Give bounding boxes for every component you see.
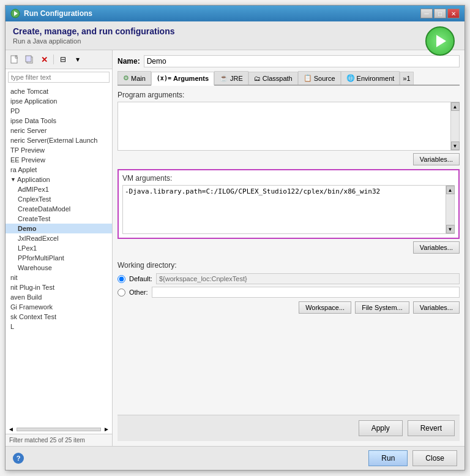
- scroll-up-icon[interactable]: ▲: [451, 102, 460, 111]
- list-item[interactable]: EE Preview: [6, 155, 112, 165]
- program-args-input[interactable]: [118, 102, 450, 150]
- header-subtitle: Run a Java application: [13, 37, 457, 45]
- other-value-field[interactable]: [152, 287, 460, 298]
- tab-overflow[interactable]: »1: [400, 72, 413, 85]
- list-item[interactable]: ipse Data Tools: [6, 116, 112, 126]
- main-panel: Name: ⚙ Main (x)= Arguments ☕ JRE 🗂: [113, 50, 464, 446]
- vm-args-variables-button[interactable]: Variables...: [413, 241, 460, 254]
- program-args-section: Program arguments: ▲ ▼: [118, 91, 460, 151]
- copy-config-button[interactable]: [23, 53, 36, 66]
- revert-button[interactable]: Revert: [408, 420, 455, 436]
- list-item[interactable]: aven Build: [6, 292, 112, 302]
- close-button[interactable]: ✕: [447, 9, 460, 18]
- scroll-down-icon[interactable]: ▼: [451, 142, 460, 150]
- list-item[interactable]: ipse Application: [6, 96, 112, 106]
- header-section: Create, manage, and run configurations R…: [6, 21, 464, 50]
- working-dir-label: Working directory:: [118, 261, 460, 270]
- vm-args-box: -Djava.library.path=C:/ILOG/CPLEX_Studio…: [122, 185, 455, 234]
- tree-list: ache Tomcat ipse Application PD ipse Dat…: [6, 85, 112, 425]
- tab-source[interactable]: 📋 Source: [298, 71, 341, 85]
- filter-input[interactable]: [8, 72, 110, 83]
- tab-environment-label: Environment: [357, 75, 395, 82]
- tab-source-label: Source: [314, 75, 335, 82]
- list-item[interactable]: PPforMultiPlant: [6, 253, 112, 263]
- collapse-button[interactable]: ⊟: [56, 53, 70, 66]
- tab-classpath[interactable]: 🗂 Classpath: [248, 72, 298, 85]
- list-item[interactable]: CreateDataModel: [6, 204, 112, 214]
- sidebar-toolbar: ✕ ⊟ ▾: [6, 50, 112, 69]
- list-item[interactable]: PD: [6, 106, 112, 116]
- list-item[interactable]: neric Server(External Launch: [6, 135, 112, 145]
- sidebar-footer: Filter matched 25 of 25 item: [6, 434, 112, 446]
- vm-scroll-down-icon[interactable]: ▼: [446, 225, 455, 233]
- list-item[interactable]: ache Tomcat: [6, 86, 112, 96]
- svg-rect-8: [26, 56, 31, 62]
- tab-environment[interactable]: 🌐 Environment: [341, 71, 400, 85]
- vm-args-btn-row: Variables...: [118, 241, 460, 254]
- workspace-button[interactable]: Workspace...: [299, 301, 351, 314]
- working-dir-section: Working directory: Default: Other: Works…: [118, 261, 460, 314]
- application-label: Application: [17, 176, 50, 183]
- new-config-button[interactable]: [8, 53, 21, 66]
- list-item[interactable]: neric Server: [6, 126, 112, 135]
- help-button[interactable]: ?: [13, 453, 24, 464]
- run-footer-button[interactable]: Run: [368, 450, 408, 466]
- apply-button[interactable]: Apply: [359, 420, 403, 436]
- list-item[interactable]: nit: [6, 273, 112, 282]
- list-item[interactable]: TP Preview: [6, 145, 112, 155]
- default-value-field: [156, 273, 460, 284]
- list-item[interactable]: JxlReadExcel: [6, 233, 112, 243]
- tab-main[interactable]: ⚙ Main: [118, 71, 151, 85]
- tab-arguments[interactable]: (x)= Arguments: [151, 72, 214, 86]
- default-radio-row: Default:: [118, 273, 460, 284]
- name-input[interactable]: [144, 55, 460, 67]
- program-args-box: ▲ ▼: [118, 102, 460, 151]
- arguments-tab-icon: (x)=: [157, 75, 171, 81]
- list-item[interactable]: ▼ Application: [6, 175, 112, 184]
- list-item[interactable]: L: [6, 322, 112, 331]
- environment-tab-icon: 🌐: [346, 74, 355, 82]
- close-footer-button[interactable]: Close: [412, 450, 457, 466]
- list-item[interactable]: Gi Framework: [6, 302, 112, 312]
- sidebar: ✕ ⊟ ▾ ache Tomcat ipse Application PD ip…: [6, 50, 113, 446]
- filesystem-button[interactable]: File System...: [355, 301, 409, 314]
- window-icon: [10, 9, 20, 18]
- program-args-variables-button[interactable]: Variables...: [413, 153, 460, 165]
- other-radio[interactable]: [118, 289, 125, 297]
- vm-args-input[interactable]: -Djava.library.path=C:/ILOG/CPLEX_Studio…: [123, 186, 446, 233]
- list-item-demo[interactable]: Demo: [6, 224, 112, 233]
- maximize-button[interactable]: □: [434, 9, 446, 18]
- list-item[interactable]: ra Applet: [6, 165, 112, 175]
- tabs-bar: ⚙ Main (x)= Arguments ☕ JRE 🗂 Classpath …: [118, 71, 460, 86]
- filter-button[interactable]: ▾: [71, 53, 84, 66]
- footer-row: ? Run Close: [6, 446, 464, 470]
- jre-tab-icon: ☕: [220, 74, 228, 82]
- list-item[interactable]: LPex1: [6, 243, 112, 253]
- copy-icon: [25, 55, 34, 64]
- vm-args-scrollbar[interactable]: ▲ ▼: [446, 186, 454, 233]
- vm-scroll-up-icon[interactable]: ▲: [446, 186, 455, 194]
- default-radio[interactable]: [118, 275, 125, 283]
- default-label: Default:: [129, 275, 152, 282]
- name-label: Name:: [118, 57, 140, 66]
- minimize-button[interactable]: ─: [420, 9, 433, 18]
- scroll-left-icon[interactable]: ◄: [8, 426, 14, 433]
- list-item[interactable]: Warehouse: [6, 263, 112, 273]
- dir-variables-button[interactable]: Variables...: [413, 301, 460, 314]
- list-item[interactable]: sk Context Test: [6, 312, 112, 322]
- list-item[interactable]: CreateTest: [6, 214, 112, 224]
- vm-args-section: VM arguments: -Djava.library.path=C:/ILO…: [118, 169, 460, 239]
- list-item[interactable]: AdMIPex1: [6, 184, 112, 194]
- expand-icon: ▼: [10, 176, 16, 183]
- delete-config-button[interactable]: ✕: [37, 53, 51, 66]
- tab-jre[interactable]: ☕ JRE: [214, 71, 248, 85]
- list-item[interactable]: nit Plug-in Test: [6, 282, 112, 292]
- run-triangle-icon: [436, 35, 446, 47]
- main-tab-icon: ⚙: [123, 74, 129, 82]
- scroll-right-icon[interactable]: ►: [103, 426, 110, 433]
- source-tab-icon: 📋: [304, 74, 312, 82]
- program-args-scrollbar[interactable]: ▲ ▼: [450, 102, 459, 150]
- name-row: Name:: [118, 55, 460, 67]
- run-button[interactable]: [425, 26, 455, 56]
- list-item[interactable]: CnplexTest: [6, 194, 112, 204]
